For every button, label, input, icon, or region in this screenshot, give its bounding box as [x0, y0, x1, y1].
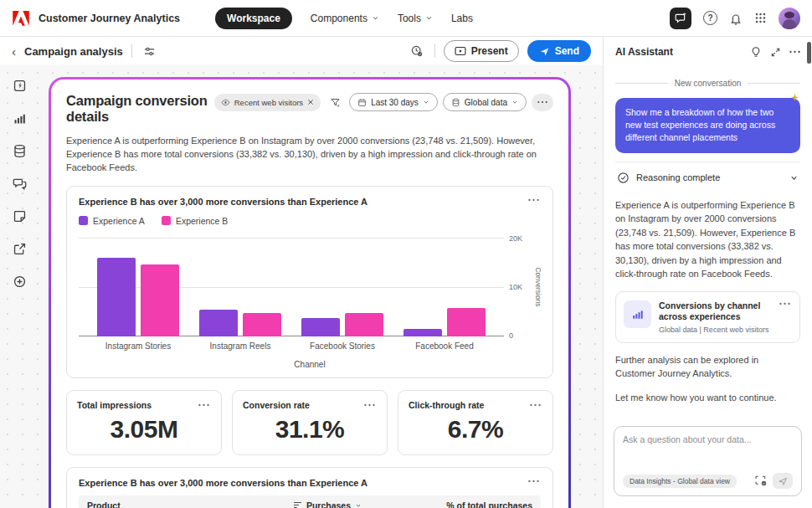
app-title: Customer Journey Analytics	[39, 13, 180, 24]
bar-group: Facebook Stories	[301, 238, 383, 336]
metric-card-total-impressions: Total impressions 3.05M	[66, 390, 222, 455]
bar-experience-a[interactable]	[301, 318, 340, 336]
column-header-pct[interactable]: % of total purchases	[390, 500, 532, 508]
bar-group: Instagram Stories	[97, 238, 179, 336]
filter-chips: Recent web visitors	[214, 93, 553, 111]
app-grid-icon[interactable]	[754, 12, 767, 24]
help-icon[interactable]: ?	[703, 11, 717, 25]
ai-assistant-title: AI Assistant	[615, 46, 673, 58]
eye-icon	[221, 99, 230, 106]
table-card: Experience B has over 3,000 more convers…	[66, 467, 553, 508]
calendar-icon	[357, 98, 367, 107]
chevron-down-icon	[511, 99, 518, 105]
ai-assistant-panel: AI Assistant New conversation Show me a	[603, 37, 812, 508]
legend-swatch	[162, 216, 171, 225]
comments-icon[interactable]	[9, 173, 29, 193]
present-button[interactable]: Present	[444, 40, 519, 62]
bar-experience-b[interactable]	[345, 313, 383, 336]
more-icon[interactable]	[789, 50, 800, 54]
nav-item-components[interactable]: Components	[311, 13, 379, 24]
campaign-panel: Campaign conversion details Recent web v…	[51, 80, 568, 508]
visualization-card[interactable]: Conversions by channel across experience…	[615, 291, 800, 343]
new-conversation-divider: New conversation	[615, 79, 800, 88]
data-icon[interactable]	[9, 141, 29, 161]
nav-item-labs[interactable]: Labs	[451, 13, 473, 24]
legend-experience-a[interactable]: Experience A	[79, 216, 145, 226]
x-tick-label: Instagram Stories	[105, 341, 171, 351]
column-header-product[interactable]: Product	[87, 500, 265, 508]
filter-icon[interactable]	[326, 94, 344, 111]
more-icon[interactable]	[362, 402, 377, 408]
more-icon[interactable]	[527, 197, 541, 203]
bar-experience-a[interactable]	[403, 329, 442, 336]
y-tick-label: 10K	[509, 283, 522, 291]
more-icon[interactable]	[527, 478, 541, 485]
divider	[434, 44, 435, 58]
bar-experience-b[interactable]	[243, 313, 281, 336]
panels-icon[interactable]	[9, 75, 29, 95]
lightbulb-icon[interactable]	[750, 46, 762, 58]
segment-chip[interactable]: Recent web visitors	[214, 94, 321, 111]
bar-experience-a[interactable]	[199, 310, 238, 336]
chevron-down-icon[interactable]	[789, 173, 799, 182]
bar-experience-b[interactable]	[141, 264, 179, 336]
panel-more-button[interactable]	[532, 94, 553, 111]
notes-icon[interactable]	[9, 206, 29, 226]
reasoning-complete-row[interactable]: Reasoning complete	[615, 162, 800, 193]
context-badge[interactable]: Data Insights - Global data view	[623, 475, 737, 488]
database-icon	[451, 98, 460, 107]
legend-experience-b[interactable]: Experience B	[162, 216, 228, 226]
x-tick-label: Facebook Feed	[415, 341, 474, 351]
share-export-icon[interactable]	[9, 239, 29, 259]
column-header-purchases[interactable]: Purchases	[265, 500, 390, 508]
user-avatar[interactable]	[779, 8, 800, 29]
frame-check-icon[interactable]	[755, 475, 768, 486]
left-rail	[0, 65, 39, 508]
add-icon[interactable]	[9, 271, 29, 291]
scrollbar-thumb[interactable]	[807, 42, 811, 64]
date-range-select[interactable]: Last 30 days	[349, 93, 438, 111]
metric-label: Click-through rate	[409, 400, 484, 410]
conversation-area: New conversation Show me a breakdown of …	[604, 67, 812, 418]
ai-assistant-toggle-button[interactable]	[670, 8, 691, 29]
view-settings-icon[interactable]	[141, 43, 159, 60]
table-header: Product Purchases % of total purchases	[79, 495, 541, 508]
project-toolbar: ‹ Campaign analysis Present	[0, 37, 603, 65]
expand-icon[interactable]	[770, 47, 781, 58]
more-icon[interactable]	[778, 300, 792, 307]
question-input[interactable]	[623, 434, 793, 473]
notifications-bell-icon[interactable]	[729, 12, 743, 25]
y-tick-label: 0	[509, 331, 513, 340]
y-tick-label: 20K	[509, 234, 522, 243]
table-title: Experience B has over 3,000 more convers…	[79, 478, 367, 488]
assistant-followup: Let me know how you want to continue.	[615, 391, 800, 405]
brand: Customer Journey Analytics	[12, 10, 180, 27]
metric-value: 31.1%	[243, 415, 377, 444]
panel-title: Campaign conversion details	[66, 93, 208, 125]
data-refresh-icon[interactable]	[408, 43, 426, 60]
back-icon[interactable]: ‹	[12, 45, 16, 58]
question-input-box[interactable]: Data Insights - Global data view	[614, 426, 802, 496]
more-icon[interactable]	[528, 402, 542, 408]
reasoning-label: Reasoning complete	[636, 172, 720, 182]
send-button[interactable]: Send	[527, 40, 591, 62]
freeform-table: Product Purchases % of total purchases	[79, 495, 541, 508]
workspace-canvas: Campaign conversion details Recent web v…	[0, 65, 603, 508]
nav-item-workspace[interactable]: Workspace	[215, 8, 292, 29]
bar-group: Instagram Reels	[199, 238, 281, 336]
x-tick-label: Instagram Reels	[210, 341, 271, 351]
chevron-down-icon	[425, 14, 433, 22]
bar-experience-b[interactable]	[447, 308, 486, 336]
nav-item-tools[interactable]: Tools	[398, 13, 433, 24]
bar-experience-a[interactable]	[97, 258, 136, 336]
metric-label: Total impressions	[77, 400, 152, 410]
data-view-select[interactable]: Global data	[443, 93, 527, 111]
paper-plane-icon	[539, 46, 550, 57]
more-icon[interactable]	[197, 402, 211, 408]
remove-chip-icon[interactable]	[307, 99, 314, 105]
y-axis: 20K 10K 0 Conversions	[504, 238, 541, 336]
top-nav: Customer Journey Analytics Workspace Com…	[0, 0, 812, 37]
visualizations-icon[interactable]	[9, 108, 29, 128]
viz-card-meta: Global data | Recent web visitors | Last…	[659, 326, 770, 334]
send-question-icon[interactable]	[773, 473, 793, 489]
